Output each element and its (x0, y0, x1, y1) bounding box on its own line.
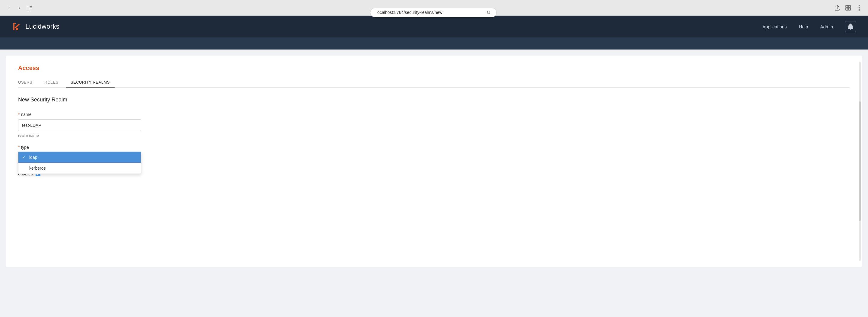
new-security-realm-form: New Security Realm * name realm name * t… (18, 96, 850, 176)
main-content: Access USERS ROLES SECURITY REALMS New S… (6, 56, 862, 267)
nav-applications[interactable]: Applications (763, 24, 787, 29)
svg-rect-6 (846, 8, 848, 10)
logo-text: Lucidworks (25, 23, 59, 30)
svg-marker-9 (14, 24, 20, 30)
ldap-check-icon: ✓ (22, 155, 27, 160)
ldap-option-label: ldap (29, 155, 37, 160)
logo-area: Lucidworks (12, 22, 59, 31)
name-required-star: * (18, 112, 20, 117)
svg-rect-5 (848, 5, 850, 7)
name-input[interactable] (18, 119, 141, 131)
forward-button[interactable]: › (15, 4, 24, 12)
refresh-button[interactable]: ↻ (487, 10, 490, 16)
new-tab-button[interactable] (844, 4, 852, 12)
enabled-checkbox-group: enabled (18, 171, 850, 176)
tab-users[interactable]: USERS (18, 78, 37, 88)
main-nav: Applications Help Admin (763, 21, 856, 32)
type-label: * type (18, 145, 850, 150)
type-field-wrapper: ldap ✓ ldap kerberos (18, 152, 141, 164)
address-bar[interactable]: localhost:8764/security-realms/new ↻ (370, 8, 497, 17)
notification-button[interactable] (845, 21, 856, 32)
nav-admin[interactable]: Admin (820, 24, 833, 29)
name-label: * name (18, 112, 850, 117)
browser-chrome: ‹ › localhost:8764/security-realms/new ↻ (0, 0, 868, 16)
more-button[interactable]: ⋮ (855, 4, 863, 12)
app-header: Lucidworks Applications Help Admin (0, 16, 868, 37)
name-label-text: name (21, 112, 31, 117)
type-required-star: * (18, 145, 20, 150)
dropdown-item-kerberos[interactable]: kerberos (19, 163, 141, 174)
scrollbar-thumb (859, 102, 861, 221)
lucidworks-logo-icon (12, 22, 22, 31)
browser-nav-buttons: ‹ › (5, 4, 34, 12)
dropdown-item-ldap[interactable]: ✓ ldap (19, 152, 141, 163)
kerberos-option-label: kerberos (29, 166, 45, 171)
svg-marker-8 (13, 23, 16, 30)
svg-rect-0 (27, 6, 29, 10)
scrollbar[interactable] (859, 62, 861, 261)
url-text: localhost:8764/security-realms/new (376, 10, 442, 15)
form-title: New Security Realm (18, 96, 850, 103)
back-button[interactable]: ‹ (5, 4, 13, 12)
browser-actions: ⋮ (833, 4, 863, 12)
sidebar-toggle-button[interactable] (25, 4, 34, 12)
share-button[interactable] (833, 4, 841, 12)
tab-roles[interactable]: ROLES (39, 78, 63, 88)
name-hint: realm name (18, 133, 850, 138)
secondary-bar (0, 37, 868, 50)
tab-security-realms[interactable]: SECURITY REALMS (66, 78, 115, 88)
svg-rect-7 (848, 8, 850, 10)
type-dropdown-menu: ✓ ldap kerberos (18, 151, 141, 174)
tabs: USERS ROLES SECURITY REALMS (18, 78, 850, 88)
name-field-group: * name realm name (18, 112, 850, 138)
svg-rect-4 (846, 5, 848, 7)
nav-help[interactable]: Help (799, 24, 808, 29)
type-field-group: * type ldap ✓ ldap kerberos (18, 145, 850, 164)
enabled-field-group: enabled (18, 171, 850, 176)
type-label-text: type (21, 145, 29, 150)
section-title: Access (18, 65, 850, 71)
